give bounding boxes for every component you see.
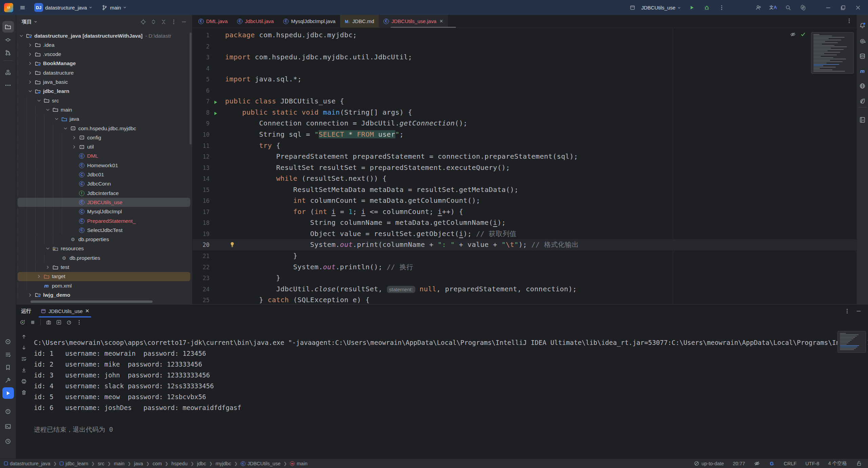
tree-horizontal-scrollbar[interactable] — [31, 300, 153, 303]
console-output[interactable]: C:\Users\meowrain\scoop\apps\corretto17-… — [34, 332, 865, 459]
status-UTF-8[interactable]: UTF-8 — [805, 461, 819, 466]
tool-build[interactable] — [2, 374, 14, 386]
tool-maven[interactable]: m — [857, 65, 868, 77]
more-icon[interactable] — [76, 319, 82, 326]
profile-icon[interactable] — [65, 319, 72, 326]
chevron-right-icon[interactable] — [71, 144, 78, 149]
tool-history[interactable] — [2, 435, 14, 447]
tree-item-main[interactable]: main — [18, 105, 190, 114]
tree-item-config[interactable]: config — [18, 133, 190, 142]
tool-ai-assistant[interactable] — [857, 35, 868, 47]
breadcrumb-jdbc[interactable]: jdbc — [197, 461, 206, 466]
highlight-off-icon[interactable] — [789, 31, 796, 38]
breadcrumb-main[interactable]: main — [114, 461, 124, 466]
chevron-right-icon[interactable] — [26, 61, 34, 66]
status-eye-off[interactable] — [754, 461, 760, 467]
chevron-down-icon[interactable] — [44, 246, 52, 251]
more-icon[interactable] — [715, 2, 728, 13]
search-icon[interactable] — [781, 2, 795, 13]
expand-all-icon[interactable] — [148, 17, 158, 26]
tree-item-BookManage[interactable]: BookManage — [18, 59, 190, 68]
status-CRLF[interactable]: CRLF — [784, 461, 796, 466]
play-icon[interactable] — [685, 2, 698, 13]
tool-services[interactable] — [2, 336, 14, 347]
tool-project-folder[interactable] — [2, 21, 14, 33]
clear-icon[interactable] — [20, 389, 27, 396]
scroll-up-icon[interactable] — [20, 333, 27, 340]
status-google[interactable]: G — [769, 461, 775, 467]
tree-item-java[interactable]: java — [18, 115, 190, 124]
chevron-right-icon[interactable] — [26, 80, 34, 84]
chevron-down-icon[interactable] — [18, 34, 25, 38]
print-icon[interactable] — [20, 378, 27, 385]
tool-notifications[interactable] — [857, 20, 868, 31]
tree-item-resources[interactable]: resources — [18, 244, 190, 253]
chevron-down-icon[interactable] — [35, 98, 43, 103]
editor-tab-MysqlJdbcImpl.java[interactable]: CMysqlJdbcImpl.java — [278, 15, 340, 27]
tool-persistence[interactable] — [857, 95, 868, 106]
status-20-77[interactable]: 20:77 — [733, 461, 745, 466]
collapse-all-icon[interactable] — [158, 17, 169, 26]
tree-item-datastructure_java-datastructureWithJava-[interactable]: datastructure_java [datastructureWithJav… — [18, 31, 190, 40]
minimize-icon[interactable] — [821, 2, 835, 13]
vcs-widget[interactable]: main — [98, 3, 129, 12]
stop-icon[interactable] — [29, 319, 36, 326]
chevron-right-icon[interactable] — [35, 274, 43, 279]
tree-item-pom.xml[interactable]: mpom.xml — [18, 281, 190, 290]
chevron-down-icon[interactable] — [44, 108, 52, 112]
tool-structure[interactable] — [2, 66, 14, 78]
debug-icon[interactable] — [700, 2, 713, 13]
translate-icon[interactable]: 文A — [766, 2, 780, 13]
tool-todo[interactable] — [2, 349, 14, 360]
attach-icon[interactable] — [55, 319, 62, 326]
chevron-right-icon[interactable] — [26, 52, 34, 57]
locate-icon[interactable] — [138, 17, 148, 26]
tab-options-icon[interactable] — [846, 17, 852, 24]
close-icon[interactable] — [851, 2, 865, 13]
more-icon[interactable] — [169, 17, 179, 26]
close-icon[interactable]: ✕ — [85, 308, 90, 314]
soft-wrap-icon[interactable] — [20, 355, 27, 362]
maximize-icon[interactable] — [836, 2, 850, 13]
tree-item-SelectJdbcTest[interactable]: CSelectJdbcTest — [18, 226, 190, 235]
chevron-down-icon[interactable] — [26, 89, 34, 94]
tree-item-test[interactable]: test — [18, 263, 190, 272]
status-lock-open[interactable] — [856, 461, 862, 467]
tree-item-jdbc_learn[interactable]: jdbc_learn — [18, 87, 190, 96]
thread-dump-icon[interactable] — [45, 319, 52, 326]
tab-scrollbar[interactable] — [391, 27, 456, 28]
tool-database[interactable] — [857, 50, 868, 62]
tool-more-h[interactable] — [2, 79, 14, 91]
status-up-to-date[interactable]: up-to-date — [693, 461, 724, 467]
settings-icon[interactable] — [796, 2, 810, 13]
tool-commit[interactable] — [2, 34, 14, 45]
breadcrumb-jdbc_learn[interactable]: jdbc_learn — [60, 461, 88, 466]
tool-run[interactable] — [2, 387, 14, 399]
breadcrumb-JDBCUtils_use[interactable]: CJDBCUtils_use — [241, 461, 281, 466]
tree-item-src[interactable]: src — [18, 96, 190, 105]
hide-icon[interactable] — [855, 308, 862, 314]
tree-item-Jdbc01[interactable]: CJdbc01 — [18, 170, 190, 179]
chevron-right-icon[interactable] — [26, 71, 34, 75]
more-icon[interactable] — [844, 308, 850, 314]
chevron-right-icon[interactable] — [26, 43, 34, 47]
tool-pull-requests[interactable] — [2, 47, 14, 58]
breadcrumb-java[interactable]: java — [134, 461, 143, 466]
editor-tab-JdbcUtil.java[interactable]: CJdbcUtil.java — [232, 15, 278, 27]
run-config-widget[interactable]: JDBCUtils_use — [623, 1, 684, 14]
scroll-to-end-icon[interactable] — [20, 367, 27, 373]
tree-item-datastructure[interactable]: datastructure — [18, 68, 190, 77]
tree-item-Homework01[interactable]: CHomework01 — [18, 161, 190, 170]
tool-problems[interactable] — [2, 406, 14, 417]
project-panel-title[interactable]: 项目 — [22, 19, 37, 25]
tree-vertical-scrollbar[interactable] — [190, 33, 192, 144]
editor-tab-JDBC.md[interactable]: M↓JDBC.md — [340, 15, 379, 27]
close-icon[interactable]: ✕ — [439, 19, 443, 24]
tree-item-util[interactable]: util — [18, 142, 190, 152]
tool-dictionary[interactable]: A — [857, 114, 868, 125]
breadcrumb-myjdbc[interactable]: myjdbc — [216, 461, 231, 466]
code-editor[interactable]: 1package com.hspedu.jdbc.myjdbc;23import… — [193, 28, 856, 304]
chevron-right-icon[interactable] — [71, 135, 78, 140]
main-menu-icon[interactable] — [17, 2, 28, 13]
tree-item-db.properties[interactable]: ⚙db.properties — [18, 253, 190, 262]
